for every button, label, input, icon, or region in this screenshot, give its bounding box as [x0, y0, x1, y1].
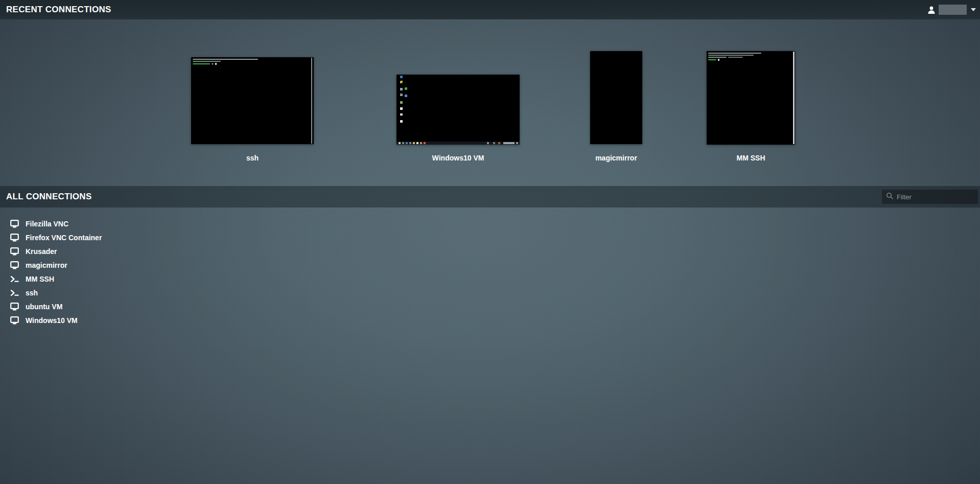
monitor-icon	[10, 220, 19, 228]
connection-item-filezilla-vnc[interactable]: Filezilla VNC	[0, 217, 460, 231]
desktop-icon	[400, 113, 403, 116]
recent-connection-label: magicmirror	[570, 154, 663, 163]
filter-box[interactable]	[882, 190, 978, 204]
connection-label: Filezilla VNC	[26, 220, 68, 228]
connection-item-ubuntu-vm[interactable]: ubuntu VM	[0, 299, 460, 313]
terminal-preview-art	[193, 59, 310, 66]
monitor-icon	[10, 316, 19, 325]
desktop-icon	[400, 81, 403, 83]
connection-label: ubuntu VM	[26, 303, 62, 311]
desktop-icon	[400, 107, 403, 110]
desktop-icon	[400, 94, 403, 96]
connection-item-ssh[interactable]: ssh	[0, 286, 460, 299]
connection-thumbnail	[191, 57, 314, 144]
connection-label: MM SSH	[26, 275, 54, 283]
recent-connection-magicmirror[interactable]: magicmirror	[590, 51, 642, 163]
desktop-icon	[405, 87, 407, 90]
recent-connection-label: MM SSH	[686, 154, 815, 163]
thumbnail-scrollbar	[311, 58, 312, 144]
connection-label: Firefox VNC Container	[26, 234, 102, 242]
connection-thumbnail	[396, 75, 520, 145]
recent-connection-mm-ssh[interactable]: MM SSH	[707, 51, 795, 163]
recent-connection-ssh[interactable]: ssh	[191, 57, 314, 163]
terminal-icon	[10, 275, 19, 283]
taskbar-preview-art	[396, 142, 520, 145]
user-menu[interactable]	[927, 0, 976, 19]
terminal-preview-art	[708, 53, 791, 62]
monitor-icon	[10, 303, 19, 311]
monitor-icon	[10, 234, 19, 242]
connection-item-krusader[interactable]: Krusader	[0, 244, 460, 258]
recent-connection-label: Windows10 VM	[376, 154, 540, 163]
all-connections-bar: ALL CONNECTIONS	[0, 186, 980, 208]
connection-thumbnail	[590, 51, 642, 144]
recent-connection-label: ssh	[171, 154, 334, 163]
connection-label: Krusader	[26, 247, 57, 256]
connection-item-magicmirror[interactable]: magicmirror	[0, 258, 460, 272]
connection-thumbnail	[707, 51, 795, 145]
search-icon	[886, 192, 893, 201]
connection-item-firefox-vnc-container[interactable]: Firefox VNC Container	[0, 231, 460, 244]
connection-item-mm-ssh[interactable]: MM SSH	[0, 272, 460, 286]
connection-list: Filezilla VNC Firefox VNC Container Krus…	[0, 217, 460, 327]
connection-label: Windows10 VM	[26, 316, 78, 325]
desktop-icon	[400, 120, 403, 123]
thumbnail-scrollbar	[793, 52, 795, 144]
connection-item-windows10-vm[interactable]: Windows10 VM	[0, 313, 460, 327]
page-title: RECENT CONNECTIONS	[6, 0, 111, 19]
filter-input[interactable]	[897, 193, 974, 201]
desktop-icon	[400, 76, 403, 78]
username-redacted	[939, 5, 967, 15]
user-icon	[927, 6, 936, 14]
desktop-icon	[400, 101, 403, 104]
header-bar: RECENT CONNECTIONS	[0, 0, 980, 19]
terminal-icon	[10, 289, 19, 297]
chevron-down-icon	[971, 8, 976, 11]
desktop-icon	[400, 88, 403, 90]
connection-label: ssh	[26, 289, 38, 297]
monitor-icon	[10, 261, 19, 269]
section-title: ALL CONNECTIONS	[6, 186, 92, 208]
connection-label: magicmirror	[26, 261, 67, 269]
recent-connection-windows10-vm[interactable]: Windows10 VM	[396, 75, 520, 163]
desktop-icon	[405, 95, 407, 97]
monitor-icon	[10, 247, 19, 256]
